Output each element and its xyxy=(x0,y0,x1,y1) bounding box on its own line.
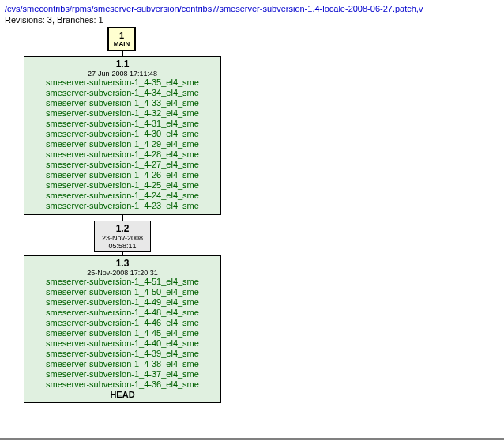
tag: smeserver-subversion-1_4-31_el4_sme xyxy=(28,119,217,129)
tag: smeserver-subversion-1_4-36_el4_sme xyxy=(28,380,217,390)
tag: smeserver-subversion-1_4-40_el4_sme xyxy=(28,338,217,349)
tag: smeserver-subversion-1_4-46_el4_sme xyxy=(28,318,217,328)
tag: smeserver-subversion-1_4-49_el4_sme xyxy=(28,297,217,308)
tag: smeserver-subversion-1_4-29_el4_sme xyxy=(28,139,217,149)
tag: smeserver-subversion-1_4-50_el4_sme xyxy=(28,287,217,297)
tag: smeserver-subversion-1_4-32_el4_sme xyxy=(28,108,217,119)
tag: smeserver-subversion-1_4-33_el4_sme xyxy=(28,98,217,108)
revision-date: 25-Nov-2008 17:20:31 xyxy=(28,269,217,277)
tag: smeserver-subversion-1_4-37_el4_sme xyxy=(28,369,217,380)
tag-list: smeserver-subversion-1_4-51_el4_sme smes… xyxy=(28,277,217,390)
revision-graph: 1 MAIN 1.1 27-Jun-2008 17:11:48 smeserve… xyxy=(5,27,499,438)
tag: smeserver-subversion-1_4-34_el4_sme xyxy=(28,88,217,98)
branch-node-main[interactable]: 1 MAIN xyxy=(107,27,136,51)
revision-number: 1.1 xyxy=(28,59,217,70)
tag: smeserver-subversion-1_4-39_el4_sme xyxy=(28,349,217,359)
tag: smeserver-subversion-1_4-51_el4_sme xyxy=(28,277,217,287)
divider xyxy=(0,438,504,440)
revision-node-1-3[interactable]: 1.3 25-Nov-2008 17:20:31 smeserver-subve… xyxy=(24,255,221,403)
revision-number: 1.2 xyxy=(98,223,147,234)
repo-path: /cvs/smecontribs/rpms/smeserver-subversi… xyxy=(5,3,499,14)
tag: smeserver-subversion-1_4-23_el4_sme xyxy=(28,201,217,211)
tag: smeserver-subversion-1_4-25_el4_sme xyxy=(28,180,217,191)
tag: smeserver-subversion-1_4-26_el4_sme xyxy=(28,170,217,180)
head-label: HEAD xyxy=(28,390,217,399)
revision-summary: Revisions: 3, Branches: 1 xyxy=(5,14,499,25)
tag: smeserver-subversion-1_4-48_el4_sme xyxy=(28,308,217,318)
tag: smeserver-subversion-1_4-24_el4_sme xyxy=(28,191,217,201)
branch-number: 1 xyxy=(111,31,133,40)
revision-date: 27-Jun-2008 17:11:48 xyxy=(28,70,217,77)
revision-number: 1.3 xyxy=(28,258,217,269)
tag-list: smeserver-subversion-1_4-35_el4_sme smes… xyxy=(28,77,217,211)
branch-label: MAIN xyxy=(111,40,133,47)
tag: smeserver-subversion-1_4-38_el4_sme xyxy=(28,359,217,369)
revision-node-1-2[interactable]: 1.2 23-Nov-2008 05:58:11 xyxy=(94,221,151,252)
tag: smeserver-subversion-1_4-28_el4_sme xyxy=(28,149,217,160)
tag: smeserver-subversion-1_4-35_el4_sme xyxy=(28,77,217,88)
tag: smeserver-subversion-1_4-30_el4_sme xyxy=(28,129,217,139)
revision-date: 23-Nov-2008 05:58:11 xyxy=(98,234,147,250)
tag: smeserver-subversion-1_4-45_el4_sme xyxy=(28,328,217,338)
revision-node-1-1[interactable]: 1.1 27-Jun-2008 17:11:48 smeserver-subve… xyxy=(24,56,221,215)
tag: smeserver-subversion-1_4-27_el4_sme xyxy=(28,160,217,170)
